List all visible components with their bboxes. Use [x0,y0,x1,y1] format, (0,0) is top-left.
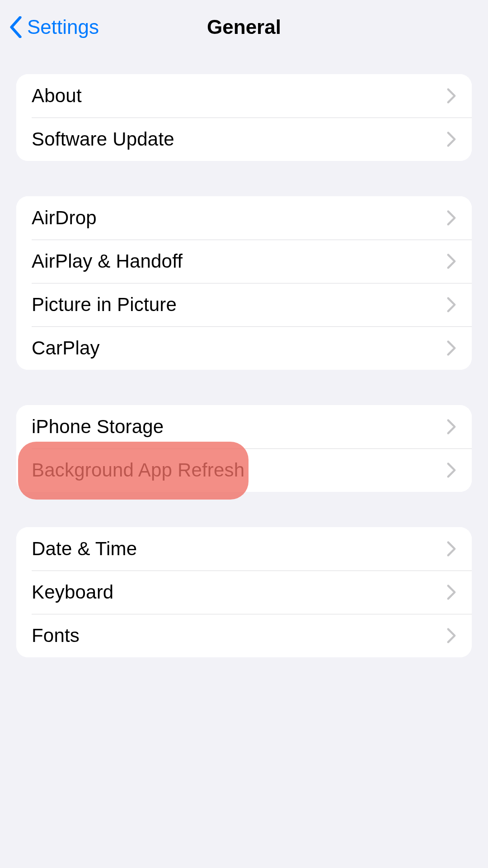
row-label: Picture in Picture [32,294,177,316]
row-about[interactable]: About [16,74,472,118]
row-picture-in-picture[interactable]: Picture in Picture [16,283,472,326]
row-label: About [32,85,82,107]
row-carplay[interactable]: CarPlay [16,326,472,370]
chevron-right-icon [446,541,456,557]
row-label: Date & Time [32,538,137,560]
row-label: Software Update [32,128,174,150]
chevron-left-icon [8,16,23,38]
row-background-app-refresh[interactable]: Background App Refresh [16,448,472,492]
chevron-right-icon [446,584,456,600]
chevron-right-icon [446,627,456,644]
row-label: Fonts [32,625,80,646]
row-airdrop[interactable]: AirDrop [16,196,472,240]
row-software-update[interactable]: Software Update [16,118,472,161]
chevron-right-icon [446,253,456,269]
row-iphone-storage[interactable]: iPhone Storage [16,405,472,448]
row-keyboard[interactable]: Keyboard [16,571,472,614]
chevron-right-icon [446,131,456,147]
back-button[interactable]: Settings [8,16,99,38]
group-storage: iPhone Storage Background App Refresh [16,405,472,492]
back-label: Settings [27,16,99,38]
chevron-right-icon [446,340,456,356]
row-label: Background App Refresh [32,459,244,481]
settings-content: About Software Update AirDrop AirPlay & … [0,54,488,657]
row-label: iPhone Storage [32,416,164,438]
chevron-right-icon [446,419,456,435]
group-system: Date & Time Keyboard Fonts [16,527,472,657]
chevron-right-icon [446,462,456,478]
chevron-right-icon [446,88,456,104]
row-label: AirDrop [32,207,97,229]
chevron-right-icon [446,297,456,313]
navigation-bar: Settings General [0,0,488,54]
row-label: AirPlay & Handoff [32,250,183,272]
page-title: General [207,16,281,38]
row-fonts[interactable]: Fonts [16,614,472,657]
row-label: Keyboard [32,581,113,603]
row-airplay-handoff[interactable]: AirPlay & Handoff [16,240,472,283]
group-connectivity: AirDrop AirPlay & Handoff Picture in Pic… [16,196,472,370]
row-label: CarPlay [32,337,100,359]
row-date-time[interactable]: Date & Time [16,527,472,571]
group-info: About Software Update [16,74,472,161]
chevron-right-icon [446,210,456,226]
